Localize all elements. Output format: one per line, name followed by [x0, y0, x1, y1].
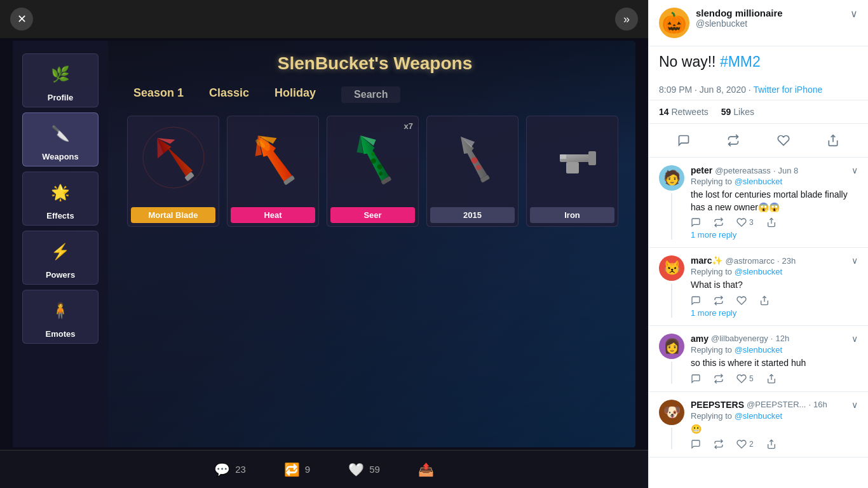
like-action[interactable]: 🤍 59 [348, 462, 380, 477]
weapon-seer[interactable]: x7 [327, 116, 419, 227]
iron-badge: Iron [530, 207, 614, 223]
peepsters-reply-btn[interactable] [691, 439, 701, 449]
peter-reply-btn[interactable] [691, 217, 701, 227]
reply-button[interactable] [672, 129, 695, 152]
peepsters-menu[interactable]: ∨ [851, 400, 858, 410]
peepsters-likes: 2 [749, 440, 754, 449]
marc-menu[interactable]: ∨ [851, 255, 858, 266]
marc-like-btn[interactable] [736, 295, 747, 306]
weapon-mortal-blade[interactable]: Mortal Blade [127, 116, 219, 227]
effects-icon: 🌟 [44, 177, 76, 208]
tweet-image-area: ✕ » 🌿 Profile 🔪 Weapons 🌟 Effects [0, 0, 648, 488]
weapon-2015[interactable]: 2015 [426, 116, 519, 227]
sidebar-weapons[interactable]: 🔪 Weapons [22, 112, 98, 166]
share-action[interactable]: 📤 [418, 462, 434, 477]
amy-header: amy @lilbabyenergy · 12h ∨ [691, 334, 858, 344]
amy-like-btn[interactable]: 5 [736, 374, 754, 384]
amy-content: amy @lilbabyenergy · 12h ∨ Replying to @… [691, 334, 858, 384]
amy-reply-link[interactable]: @slenbucket [735, 345, 782, 355]
marc-share-btn[interactable] [759, 295, 770, 306]
weapon-iron[interactable]: Iron [526, 116, 618, 227]
like-button[interactable] [772, 129, 795, 152]
amy-share-btn[interactable] [766, 374, 776, 384]
twitter-source[interactable]: Twitter for iPhone [753, 85, 822, 95]
tweet-header: 🎃 slendog millionaire @slenbucket ∨ [649, 0, 868, 46]
peepsters-avatar: 🐶 [659, 400, 684, 425]
marc-more-reply[interactable]: 1 more reply [691, 308, 858, 318]
marc-name: marc✨ [691, 255, 722, 266]
weapon-heat[interactable]: Heat [227, 116, 319, 227]
amy-handle: @lilbabyenergy [711, 334, 768, 343]
next-button[interactable]: » [615, 8, 638, 30]
search-tab[interactable]: Search [341, 86, 400, 103]
marc-date: 23h [782, 256, 796, 266]
peter-retweet-btn[interactable] [714, 217, 724, 227]
comment-marc: 😾 marc✨ @astromarcc · 23h ∨ Replying to … [649, 248, 868, 326]
marc-retweet-btn[interactable] [714, 295, 724, 306]
mortal-blade-img [139, 123, 208, 193]
amy-actions: 5 [691, 374, 858, 384]
amy-time: 12h [775, 334, 789, 343]
classic-tab[interactable]: Classic [209, 86, 249, 103]
tweet-time: 8:09 PM · Jun 8, 2020 · [659, 85, 753, 95]
heat-badge: Heat [231, 207, 315, 223]
sidebar-emotes[interactable]: 🧍 Emotes [22, 290, 98, 344]
svg-rect-25 [588, 151, 596, 165]
retweet-action[interactable]: 🔁 9 [284, 462, 310, 477]
season1-tab[interactable]: Season 1 [133, 86, 184, 103]
sidebar-effects[interactable]: 🌟 Effects [22, 172, 98, 226]
profile-label: Profile [48, 93, 73, 102]
tweet-action-buttons [649, 124, 868, 158]
amy-reply-btn[interactable] [691, 374, 701, 384]
peter-reply-to: Replying to @slenbucket [691, 177, 858, 186]
peter-like-btn[interactable]: 3 [736, 217, 754, 227]
reply-icon: 💬 [214, 462, 230, 477]
marc-reply-btn[interactable] [691, 295, 701, 306]
peepsters-reply-link[interactable]: @slenbucket [735, 411, 782, 421]
peter-likes: 3 [749, 218, 754, 227]
emotes-icon: 🧍 [44, 295, 76, 327]
seer-img [338, 123, 408, 193]
author-info: slendog millionaire @slenbucket [696, 8, 844, 29]
peter-more-reply[interactable]: 1 more reply [691, 230, 858, 240]
seer-badge: Seer [330, 207, 415, 223]
tweet-menu-caret[interactable]: ∨ [850, 8, 858, 20]
peepsters-like-btn[interactable]: 2 [736, 439, 754, 449]
game-sidebar: 🌿 Profile 🔪 Weapons 🌟 Effects ⚡ Powers 🧍 [13, 41, 108, 447]
peter-thread-line [671, 193, 672, 240]
powers-label: Powers [46, 270, 75, 280]
close-button[interactable]: ✕ [10, 8, 33, 30]
right-panel: 🎃 slendog millionaire @slenbucket ∨ No w… [648, 0, 868, 488]
peepsters-retweet-btn[interactable] [714, 439, 724, 449]
likes-stat: 59 Likes [721, 107, 754, 117]
peepsters-handle: @PEEPSTER... [747, 400, 806, 409]
amy-avatar: 👩 [659, 334, 684, 359]
peter-reply-link[interactable]: @slenbucket [735, 177, 782, 186]
marc-content: marc✨ @astromarcc · 23h ∨ Replying to @s… [691, 255, 858, 318]
amy-menu[interactable]: ∨ [851, 334, 858, 344]
weapons-icon: 🔪 [44, 118, 76, 149]
retweet-button[interactable] [722, 129, 745, 152]
peter-share-btn[interactable] [766, 217, 776, 227]
marc-reply-link[interactable]: @slenbucket [735, 267, 782, 276]
like-icon: 🤍 [348, 462, 364, 477]
category-tabs: Season 1 Classic Holiday Search [127, 86, 623, 103]
sidebar-profile[interactable]: 🌿 Profile [22, 53, 98, 107]
peter-name: peter [691, 165, 712, 175]
tweet-hashtag[interactable]: #MM2 [720, 53, 761, 70]
comment-peter: 🧑 peter @petereatsass · Jun 8 ∨ Replying… [649, 158, 868, 248]
marc-reply-to: Replying to @slenbucket [691, 267, 858, 276]
sidebar-powers[interactable]: ⚡ Powers [22, 231, 98, 285]
weapons-label: Weapons [42, 152, 79, 161]
reply-count: 23 [235, 464, 246, 475]
author-name: slendog millionaire [696, 8, 844, 18]
peepsters-share-btn[interactable] [766, 439, 776, 449]
peter-menu[interactable]: ∨ [851, 165, 858, 175]
share-button[interactable] [822, 129, 844, 152]
marc-thread-line [671, 283, 672, 318]
amy-retweet-btn[interactable] [714, 374, 724, 384]
emotes-label: Emotes [46, 329, 76, 339]
svg-rect-26 [566, 162, 579, 173]
holiday-tab[interactable]: Holiday [275, 86, 316, 103]
reply-action[interactable]: 💬 23 [214, 462, 246, 477]
